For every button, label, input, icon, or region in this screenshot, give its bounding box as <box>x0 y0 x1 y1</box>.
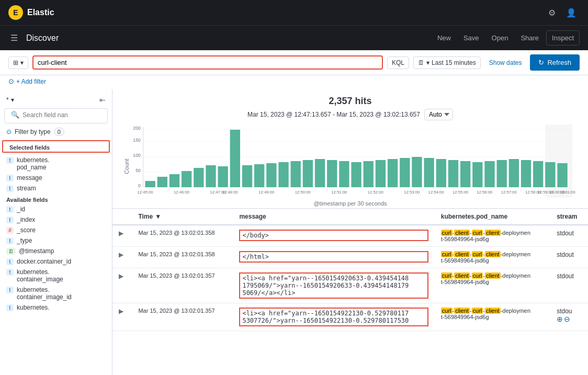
expand-row-button[interactable]: ▶ <box>119 308 123 315</box>
pod-highlight-4: client <box>485 230 501 236</box>
inspect-button[interactable]: Inspect <box>546 30 580 46</box>
collapse-sidebar-button[interactable]: ⇤ <box>99 96 106 104</box>
refresh-button[interactable]: ↻ Refresh <box>530 54 580 71</box>
time-selector[interactable]: 🗓 ▾ Last 15 minutes <box>413 56 481 69</box>
top-nav-left: E Elastic <box>8 5 54 20</box>
elastic-logo-icon: E <box>8 5 23 20</box>
svg-text:12:45:00: 12:45:00 <box>137 190 153 195</box>
expand-row-button[interactable]: ▶ <box>119 272 123 280</box>
pod-highlight-2: client <box>454 308 470 314</box>
svg-rect-20 <box>266 163 276 187</box>
pod-highlight-2: client <box>454 251 470 257</box>
td-time: Mar 15, 2023 @ 13:02:01.357 <box>132 303 233 331</box>
users-icon-button[interactable]: 👤 <box>563 5 580 21</box>
svg-text:12:50:00: 12:50:00 <box>295 190 311 195</box>
svg-rect-16 <box>218 166 228 187</box>
expand-row-button[interactable]: ▶ <box>119 230 123 237</box>
td-stream: stdou ⊕ ⊖ <box>550 303 588 331</box>
content-area: 2,357 hits Mar 15, 2023 @ 12:47:13.657 -… <box>112 89 588 375</box>
field-type-t-icon: t <box>6 237 14 244</box>
open-button[interactable]: Open <box>487 31 514 45</box>
field-item-docker-container-id[interactable]: t docker.container_id <box>0 256 112 267</box>
th-message[interactable]: message <box>233 209 434 225</box>
message-content: <li><a href="yarn--1650154920633-0.43945… <box>239 272 428 299</box>
svg-rect-33 <box>424 158 434 187</box>
filter-type-icon: ⊙ <box>6 128 12 135</box>
refresh-icon: ↻ <box>538 59 544 66</box>
td-stream: stdout <box>550 268 588 303</box>
search-box-wrapper <box>32 55 383 70</box>
svg-rect-38 <box>484 161 494 187</box>
field-name-score: _score <box>17 226 36 234</box>
index-selector[interactable]: ⊞ ▾ <box>8 56 28 69</box>
field-item-pod-name[interactable]: t kubernetes.pod_name <box>0 155 112 173</box>
svg-rect-37 <box>472 162 482 187</box>
new-button[interactable]: New <box>432 31 456 45</box>
index-selector-icon: ⊞ <box>13 59 18 66</box>
field-name-type: _type <box>17 237 32 244</box>
hamburger-menu-button[interactable]: ☰ <box>8 31 20 45</box>
pod-highlight-1: curl <box>441 230 453 236</box>
table-container: Time ▼ message kubernetes.pod_name strea… <box>112 209 588 331</box>
svg-rect-12 <box>169 174 179 187</box>
th-pod-name[interactable]: kubernetes.pod_name <box>435 209 550 225</box>
td-stream: stdout <box>550 225 588 247</box>
th-time[interactable]: Time ▼ <box>132 209 233 225</box>
svg-text:12:55:00: 12:55:00 <box>453 190 469 195</box>
field-item-type[interactable]: t _type <box>0 235 112 246</box>
svg-rect-25 <box>327 160 337 187</box>
gear-icon-button[interactable]: ⚙ <box>545 5 559 21</box>
td-message: <li><a href="yarn--1650154922130-0.52978… <box>233 303 434 331</box>
secondary-navigation: ☰ Discover New Save Open Share Inspect <box>0 25 588 50</box>
svg-rect-17 <box>230 130 240 187</box>
search-field-input[interactable] <box>22 111 101 119</box>
field-selector-star: * <box>6 96 9 104</box>
field-type-t-icon: t <box>6 304 14 311</box>
results-table: Time ▼ message kubernetes.pod_name strea… <box>112 209 588 331</box>
table-row: ▶ Mar 15, 2023 @ 13:02:01.357 <li><a hre… <box>112 268 588 303</box>
remove-row-icon[interactable]: ⊖ <box>564 315 570 323</box>
field-item-index[interactable]: t _index <box>0 214 112 225</box>
svg-rect-27 <box>351 162 361 187</box>
th-stream[interactable]: stream <box>550 209 588 225</box>
expand-row-button[interactable]: ▶ <box>119 251 123 258</box>
pod-highlight-3: curl <box>472 230 483 236</box>
pod-dash-2: - <box>470 230 472 236</box>
kql-button[interactable]: KQL <box>387 56 409 69</box>
svg-text:50: 50 <box>135 168 141 173</box>
svg-rect-41 <box>521 160 531 187</box>
svg-rect-39 <box>497 160 507 187</box>
pod-highlight-4: client <box>485 272 501 279</box>
field-name-index: _index <box>17 216 35 223</box>
time-selector-chevron: ▾ <box>426 59 429 66</box>
add-row-icon[interactable]: ⊕ <box>557 315 563 323</box>
save-button[interactable]: Save <box>458 31 484 45</box>
search-input[interactable] <box>38 59 378 66</box>
field-item-timestamp[interactable]: 🗓 @timestamp <box>0 246 112 256</box>
table-row: ▶ Mar 15, 2023 @ 13:02:01.357 <li><a hre… <box>112 303 588 331</box>
field-item-stream[interactable]: t stream <box>0 183 112 194</box>
pod-highlight-4: client <box>485 251 501 257</box>
field-type-t-icon: t <box>6 157 14 164</box>
field-type-hash-icon: # <box>6 227 14 234</box>
sort-icon: ▼ <box>155 213 161 220</box>
show-dates-button[interactable]: Show dates <box>485 57 526 69</box>
field-item-score[interactable]: # _score <box>0 225 112 235</box>
field-type-t-icon: t <box>6 175 14 181</box>
add-filter-button[interactable]: + Add filter <box>16 78 46 85</box>
share-button[interactable]: Share <box>515 31 544 45</box>
filter-type-row: ⊙ Filter by type 0 <box>0 126 112 138</box>
svg-text:200: 200 <box>133 126 141 131</box>
index-selector-chevron: ▾ <box>20 59 24 66</box>
interval-select[interactable]: Auto <box>424 109 453 120</box>
field-selector[interactable]: * ▾ <box>6 96 14 104</box>
field-item-container-image-id[interactable]: t kubernetes.container_image_id <box>0 285 112 302</box>
field-type-t-icon: t <box>6 217 14 223</box>
elastic-logo-text: Elastic <box>27 8 54 17</box>
field-item-id[interactable]: t _id <box>0 204 112 214</box>
field-item-container-image[interactable]: t kubernetes.container_image <box>0 267 112 285</box>
pod-highlight-4: client <box>485 308 501 314</box>
td-message: </html> <box>233 247 434 268</box>
field-item-message[interactable]: t message <box>0 173 112 183</box>
field-item-kubernetes[interactable]: t kubernetes. <box>0 302 112 313</box>
